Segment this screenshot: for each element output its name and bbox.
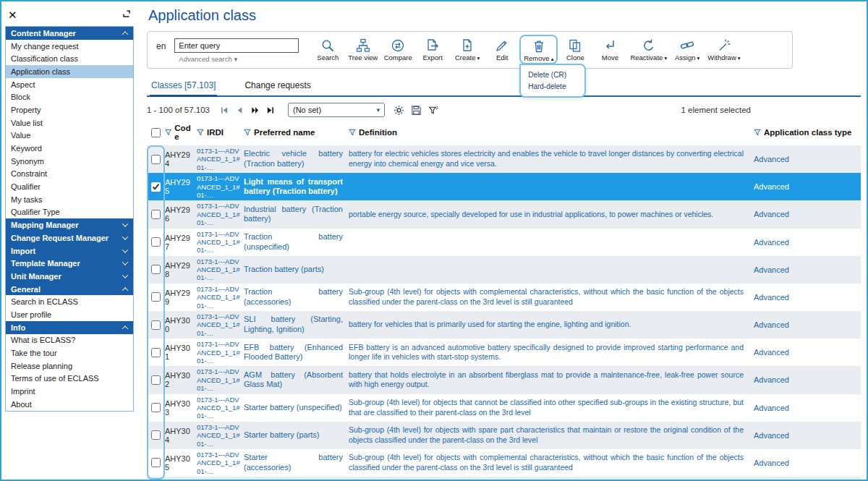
row-checkbox[interactable] xyxy=(151,292,161,302)
irdi-cell[interactable]: 0173-1---ADVANCED_1_1#01-… xyxy=(197,423,244,448)
sidebar-item-user-profile[interactable]: User profile xyxy=(6,308,133,321)
class-type-cell[interactable]: Advanced xyxy=(754,265,861,274)
definition-cell[interactable]: battery for electric vehicles stores ele… xyxy=(349,149,754,169)
row-checkbox[interactable] xyxy=(151,182,161,192)
tab-change-requests[interactable]: Change requests xyxy=(243,77,312,95)
irdi-cell[interactable]: 0173-1---ADVANCED_1_1#01-… xyxy=(197,174,244,199)
irdi-cell[interactable]: 0173-1---ADVANCED_1_1#01-… xyxy=(197,478,244,480)
table-row[interactable]: AHY3040173-1---ADVANCED_1_1#01-…Starter … xyxy=(147,422,861,449)
code-cell[interactable]: AHY295 xyxy=(165,178,197,195)
tree-view-button[interactable]: Tree view xyxy=(345,37,380,62)
code-cell[interactable]: AHY305 xyxy=(165,454,197,472)
preferred-name-cell[interactable]: EFB battery (Enhanced Flooded Battery) xyxy=(244,343,349,363)
sidebar-item-my-tasks[interactable]: My tasks xyxy=(6,193,133,206)
definition-cell[interactable]: EFB battery is an advanced automotive ba… xyxy=(349,343,754,362)
table-row[interactable]: AHY3000173-1---ADVANCED_1_1#01-…SLI batt… xyxy=(147,311,861,339)
column-header-code[interactable]: Code xyxy=(165,124,197,141)
irdi-cell[interactable]: 0173-1---ADVANCED_1_1#01-… xyxy=(197,285,244,310)
sidebar-item-keyword[interactable]: Keyword xyxy=(6,142,133,155)
row-checkbox[interactable] xyxy=(151,237,161,247)
create-button[interactable]: Create ▾ xyxy=(450,37,485,62)
irdi-cell[interactable]: 0173-1---ADVANCED_1_1#01-… xyxy=(197,230,244,255)
sidebar-item-my-change-request[interactable]: My change request xyxy=(6,40,133,53)
assign-button[interactable]: Assign ▾ xyxy=(670,37,705,62)
preferred-name-cell[interactable]: Industrial battery (Traction battery) xyxy=(244,205,349,225)
next-page-icon[interactable] xyxy=(250,106,260,115)
sidebar-item-qualifier-type[interactable]: Qualifier Type xyxy=(6,206,133,219)
code-cell[interactable]: AHY294 xyxy=(165,150,197,168)
sidebar-item-terms-of-use-of-eclass[interactable]: Terms of use of ECLASS xyxy=(6,373,133,386)
last-page-icon[interactable] xyxy=(265,106,275,115)
definition-cell[interactable]: battery that holds electrolyte in an abs… xyxy=(349,370,754,390)
first-page-icon[interactable] xyxy=(220,106,229,115)
class-type-cell[interactable]: Advanced xyxy=(754,404,861,412)
row-checkbox[interactable] xyxy=(151,265,161,274)
class-type-cell[interactable]: Advanced xyxy=(754,238,861,247)
sidebar-section-change-request-manager[interactable]: Change Request Manager xyxy=(6,231,133,244)
code-cell[interactable]: AHY301 xyxy=(165,344,197,361)
sidebar-item-take-the-tour[interactable]: Take the tour xyxy=(6,346,133,359)
row-checkbox[interactable] xyxy=(151,348,161,357)
sidebar-item-classification-class[interactable]: Classification class xyxy=(6,52,133,65)
sidebar-section-mapping-manager[interactable]: Mapping Manager xyxy=(6,218,133,231)
table-row[interactable]: AHY2960173-1---ADVANCED_1_1#01-…Industri… xyxy=(147,200,861,228)
gear-icon[interactable] xyxy=(393,105,404,116)
irdi-cell[interactable]: 0173-1---ADVANCED_1_1#01-… xyxy=(197,367,244,392)
preferred-name-cell[interactable]: Traction battery (parts) xyxy=(244,265,349,275)
definition-cell[interactable]: portable energy source, specially develo… xyxy=(349,210,754,220)
definition-cell[interactable]: battery for vehicles that is primarily u… xyxy=(349,320,754,330)
sidebar-section-template-manager[interactable]: Template Manager xyxy=(6,257,133,270)
sidebar-section-import[interactable]: Import xyxy=(6,244,133,257)
remove-menu-item[interactable]: Delete (CR) xyxy=(528,69,577,80)
irdi-cell[interactable]: 0173-1---ADVANCED_1_1#01-… xyxy=(197,340,244,365)
dock-icon[interactable] xyxy=(122,8,131,21)
code-cell[interactable]: AHY297 xyxy=(165,234,197,251)
table-row[interactable]: AHY2950173-1---ADVANCED_1_1#01-…Light me… xyxy=(147,173,861,200)
class-type-cell[interactable]: Advanced xyxy=(754,375,861,384)
close-icon[interactable]: ✕ xyxy=(8,9,17,20)
irdi-cell[interactable]: 0173-1---ADVANCED_1_1#01-… xyxy=(197,312,244,337)
code-cell[interactable]: AHY303 xyxy=(165,399,197,417)
preferred-name-cell[interactable]: Starter battery (unspecified) xyxy=(244,403,349,413)
withdraw-button[interactable]: Withdraw ▾ xyxy=(705,37,743,62)
clone-button[interactable]: Clone xyxy=(558,37,592,62)
filter-clear-icon[interactable] xyxy=(428,105,439,116)
sidebar-item-synonym[interactable]: Synonym xyxy=(6,155,133,168)
definition-cell[interactable]: Sub-group (4th level) for objects with s… xyxy=(349,425,754,445)
table-row[interactable]: AHY3070173-1---ADVANCED_1_1#01-…Tension … xyxy=(147,477,861,480)
column-header-application-class-type[interactable]: Application class type xyxy=(754,128,861,137)
prev-page-icon[interactable] xyxy=(235,106,244,115)
column-header-preferred-name[interactable]: Preferred name xyxy=(244,128,349,137)
sidebar-item-imprint[interactable]: Imprint xyxy=(6,385,133,398)
column-header-irdi[interactable]: IRDI xyxy=(197,128,244,137)
sidebar-item-about[interactable]: About xyxy=(6,398,133,411)
code-cell[interactable]: AHY304 xyxy=(165,427,197,444)
preferred-name-cell[interactable]: AGM battery (Absorbent Glass Mat) xyxy=(244,370,349,391)
sidebar-item-what-is-eclass[interactable]: What is ECLASS? xyxy=(6,334,133,347)
class-type-cell[interactable]: Advanced xyxy=(754,182,861,191)
sidebar-item-application-class[interactable]: Application class xyxy=(6,65,133,78)
row-checkbox[interactable] xyxy=(151,155,161,164)
definition-cell[interactable]: Sub-group (4th level) for objects that c… xyxy=(349,398,754,417)
irdi-cell[interactable]: 0173-1---ADVANCED_1_1#01-… xyxy=(197,451,244,475)
class-type-cell[interactable]: Advanced xyxy=(754,459,861,467)
class-type-cell[interactable]: Advanced xyxy=(754,320,861,329)
table-row[interactable]: AHY2980173-1---ADVANCED_1_1#01-…Traction… xyxy=(147,256,861,284)
advanced-search-toggle[interactable]: Advanced search ▾ xyxy=(174,55,299,63)
row-checkbox[interactable] xyxy=(151,210,161,219)
search-button[interactable]: Search xyxy=(310,37,345,62)
class-type-cell[interactable]: Advanced xyxy=(754,348,861,357)
sidebar-item-aspect[interactable]: Aspect xyxy=(6,78,133,91)
definition-cell[interactable]: Sub-group (4th level) for objects with c… xyxy=(349,453,754,472)
irdi-cell[interactable]: 0173-1---ADVANCED_1_1#01-… xyxy=(197,202,244,226)
column-header-definition[interactable]: Definition xyxy=(349,128,754,137)
class-type-cell[interactable]: Advanced xyxy=(754,431,861,440)
code-cell[interactable]: AHY298 xyxy=(165,261,197,278)
irdi-cell[interactable]: 0173-1---ADVANCED_1_1#01-… xyxy=(197,396,244,420)
table-row[interactable]: AHY3030173-1---ADVANCED_1_1#01-…Starter … xyxy=(147,394,861,422)
preferred-name-cell[interactable]: SLI battery (Starting, Lighting, Ignitio… xyxy=(244,315,349,335)
preferred-name-cell[interactable]: Traction battery (unspecified) xyxy=(244,232,349,252)
set-selector[interactable]: (No set) ▾ xyxy=(288,103,385,117)
sidebar-item-constraint[interactable]: Constraint xyxy=(6,168,133,181)
sidebar-item-release-planning[interactable]: Release planning xyxy=(6,359,133,373)
